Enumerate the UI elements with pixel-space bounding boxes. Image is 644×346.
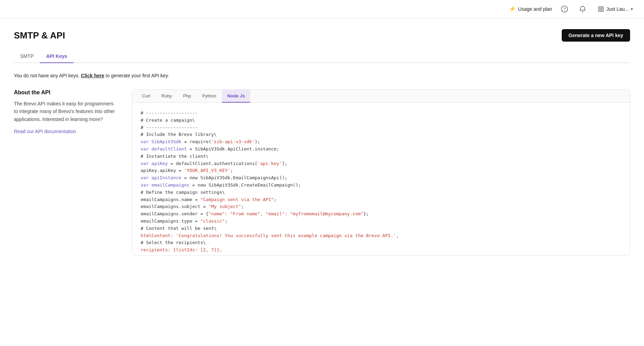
usage-label: Usage and plan <box>518 6 552 12</box>
page-title: SMTP & API <box>14 30 65 41</box>
no-api-prefix: You do not have any API keys. <box>14 73 81 78</box>
notification-button[interactable] <box>577 3 588 15</box>
main-tabs: SMTP API Keys <box>14 50 630 63</box>
code-tab-python[interactable]: Python <box>196 90 221 103</box>
page-header: SMTP & API Generate a new API key <box>14 29 630 42</box>
chevron-down-icon: ▾ <box>631 7 633 11</box>
svg-rect-4 <box>601 7 603 9</box>
tab-smtp[interactable]: SMTP <box>14 50 40 63</box>
code-tab-nodejs[interactable]: Node Js <box>222 90 251 103</box>
about-api-title: About the API <box>14 89 118 96</box>
svg-rect-5 <box>600 9 601 10</box>
svg-rect-3 <box>600 7 601 9</box>
about-api-description: The Brevo API makes it easy for programm… <box>14 100 118 123</box>
code-tab-ruby[interactable]: Ruby <box>156 90 177 103</box>
usage-icon: ⚡ <box>509 6 516 12</box>
click-here-link[interactable]: Click here <box>81 73 104 78</box>
code-tab-curl[interactable]: Curl <box>136 90 156 103</box>
about-api-section: About the API The Brevo API makes it eas… <box>14 89 118 134</box>
help-button[interactable]: ? <box>559 3 570 15</box>
tab-api-keys[interactable]: API Keys <box>40 50 74 63</box>
page-content: SMTP & API Generate a new API key SMTP A… <box>0 18 644 267</box>
svg-rect-2 <box>599 6 603 11</box>
usage-plan-link[interactable]: ⚡ Usage and plan <box>509 6 552 12</box>
api-docs-link[interactable]: Read our API documentation <box>14 129 76 134</box>
no-api-suffix: to generate your first API key. <box>104 73 169 78</box>
account-menu[interactable]: Just Lau... ▾ <box>595 5 636 14</box>
code-tab-php[interactable]: Php <box>177 90 196 103</box>
top-nav: ⚡ Usage and plan ? Just Lau... ▾ <box>0 0 644 18</box>
svg-text:?: ? <box>563 7 566 12</box>
two-column-layout: About the API The Brevo API makes it eas… <box>14 89 630 256</box>
account-label: Just Lau... <box>606 6 629 12</box>
svg-rect-6 <box>601 9 603 10</box>
code-panel: Curl Ruby Php Python Node Js # ---------… <box>132 89 630 256</box>
generate-api-key-button[interactable]: Generate a new API key <box>562 29 630 42</box>
no-api-message: You do not have any API keys. Click here… <box>14 73 630 78</box>
code-tabs: Curl Ruby Php Python Node Js <box>132 90 630 103</box>
code-block[interactable]: # ------------------- # Create a campaig… <box>132 103 630 255</box>
